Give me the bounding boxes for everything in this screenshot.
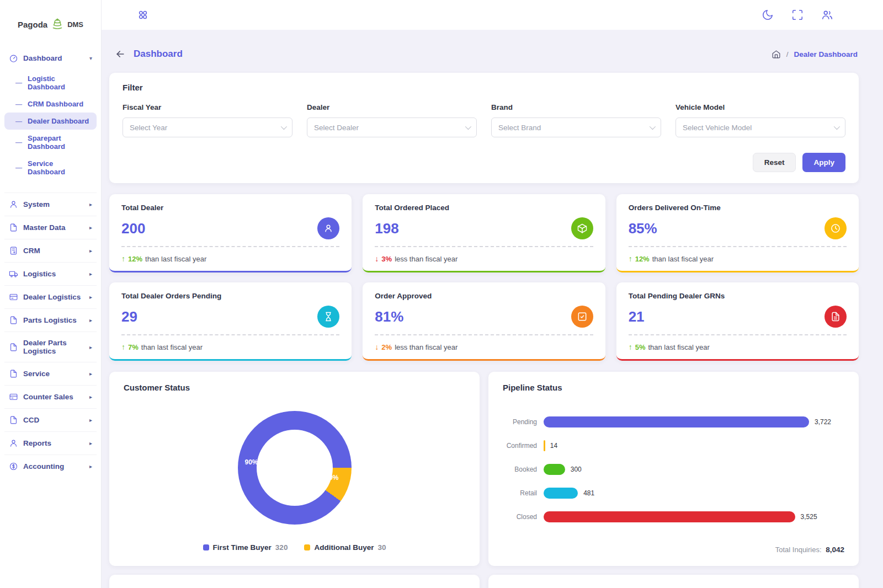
stat-value: 200 — [121, 220, 145, 237]
user-icon — [317, 217, 339, 239]
stat-title: Total Ordered Placed — [375, 204, 593, 212]
chevron-right-icon: ▸ — [89, 224, 92, 231]
bar-confirmed[interactable] — [544, 440, 545, 451]
dealer-select[interactable]: Select Dealer — [307, 117, 477, 137]
sidebar-item-dealer-parts-logistics[interactable]: Dealer Parts Logistics ▸ — [4, 332, 97, 362]
filter-card: Filter Fiscal Year Select Year Dealer Se… — [109, 73, 859, 183]
filter-title: Filter — [123, 83, 845, 92]
sidebar-item-system[interactable]: System ▸ — [4, 193, 97, 216]
legend-item-first-time-buyer[interactable]: First Time Buyer 320 — [203, 543, 288, 552]
fullscreen-icon[interactable] — [791, 9, 804, 21]
sidebar-item-counter-sales[interactable]: Counter Sales ▸ — [4, 385, 97, 408]
delta-text: less than fiscal year — [395, 343, 458, 351]
sidebar-item-dashboard[interactable]: Dashboard ▾ — [4, 49, 97, 68]
customer-status-donut[interactable]: 90% 10% — [238, 411, 352, 525]
delta-text: less than fiscal year — [395, 255, 458, 263]
dash-icon: — — [15, 138, 22, 146]
sidebar-item-dealer-logistics[interactable]: Dealer Logistics ▸ — [4, 285, 97, 308]
sidebar-item-crm-dashboard[interactable]: — CRM Dashboard — [4, 95, 97, 113]
legend-item-additional-buyer[interactable]: Additional Buyer 30 — [304, 543, 386, 552]
reset-button[interactable]: Reset — [753, 153, 796, 172]
stat-title: Total Dealer — [121, 204, 339, 212]
sidebar-item-logistics[interactable]: Logistics ▸ — [4, 262, 97, 285]
donut-segment-label: 90% — [245, 458, 258, 466]
breadcrumb-separator: / — [786, 50, 789, 58]
sidebar-item-service[interactable]: Service ▸ — [4, 362, 97, 385]
delta-percent: 3% — [381, 255, 392, 263]
sidebar-item-label: System — [23, 200, 84, 209]
select-placeholder: Select Brand — [498, 124, 541, 132]
bar-booked[interactable] — [544, 464, 565, 475]
sidebar-item-label: CRM Dashboard — [28, 100, 83, 108]
card-icon — [9, 392, 18, 402]
users-icon[interactable] — [821, 9, 833, 21]
fiscal-year-select[interactable]: Select Year — [123, 117, 292, 137]
field-label: Dealer — [307, 103, 477, 111]
bar-closed[interactable] — [544, 511, 795, 522]
sidebar-item-accounting[interactable]: Accounting ▸ — [4, 455, 97, 478]
sidebar-item-logistic-dashboard[interactable]: — Logistic Dashboard — [4, 70, 97, 95]
card-icon — [9, 292, 18, 302]
moon-icon[interactable] — [762, 9, 774, 21]
bar-label: Booked — [503, 466, 537, 473]
hourglass-icon — [317, 306, 339, 328]
breadcrumb-current[interactable]: Dealer Dashboard — [794, 50, 858, 58]
filter-field-vehicle-model: Vehicle Model Select Vehicle Model — [675, 103, 845, 137]
sidebar-item-label: Dealer Dashboard — [28, 117, 89, 125]
sidebar-item-dealer-dashboard[interactable]: — Dealer Dashboard — [4, 113, 97, 130]
sidebar-item-master-data[interactable]: Master Data ▸ — [4, 216, 97, 239]
pipeline-bars: Pending 3,722 Confirmed 14 Booked 300 — [503, 416, 844, 522]
chevron-down-icon — [281, 124, 287, 130]
clock-icon — [825, 217, 847, 239]
sidebar-item-label: Parts Logistics — [23, 316, 84, 324]
stat-title: Total Dealer Orders Pending — [121, 292, 339, 300]
customer-status-card: Customer Status 90% 10% First Time Buyer… — [109, 372, 480, 566]
bar-row-pending: Pending 3,722 — [503, 416, 844, 427]
sidebar-item-crm[interactable]: CRM ▸ — [4, 239, 97, 262]
legend-label: Additional Buyer — [314, 543, 374, 552]
sidebar-item-service-dashboard[interactable]: — Service Dashboard — [4, 155, 97, 180]
stat-delta: ↑ 12% than last fiscal year — [121, 247, 339, 270]
partial-card — [109, 575, 480, 588]
vehicle-model-select[interactable]: Select Vehicle Model — [675, 117, 845, 137]
home-icon[interactable] — [772, 50, 781, 59]
stat-card: Order Approved 81% ↓ 2% less than fiscal… — [363, 282, 605, 361]
chevron-down-icon — [465, 124, 471, 130]
logo-text-right: DMS — [67, 20, 83, 29]
back-arrow-icon[interactable] — [115, 49, 126, 60]
sidebar-item-parts-logistics[interactable]: Parts Logistics ▸ — [4, 308, 97, 332]
apply-button[interactable]: Apply — [802, 153, 845, 172]
chevron-right-icon: ▸ — [89, 417, 92, 423]
sidebar-item-ccd[interactable]: CCD ▸ — [4, 408, 97, 431]
dash-icon: — — [15, 164, 22, 172]
bar-retail[interactable] — [544, 488, 578, 499]
delta-text: than last fiscal year — [145, 255, 206, 263]
select-placeholder: Select Vehicle Model — [683, 124, 752, 132]
user-icon — [9, 439, 18, 448]
dash-icon: — — [15, 100, 22, 108]
delta-text: than last fiscal year — [648, 343, 709, 351]
stat-card: Total Ordered Placed 198 ↓ 3% less than … — [363, 194, 605, 272]
chevron-right-icon: ▸ — [89, 344, 92, 350]
trend-arrow-icon: ↑ — [629, 254, 632, 263]
package-icon — [571, 217, 593, 239]
stat-card: Orders Delivered On-Time 85% ↑ 12% than … — [616, 194, 859, 272]
app-logo[interactable]: Pagoda DMS — [0, 0, 101, 49]
sidebar-item-sparepart-dashboard[interactable]: — Sparepart Dashboard — [4, 130, 97, 155]
grid-icon[interactable] — [137, 9, 149, 21]
sidebar-item-label: Counter Sales — [23, 393, 84, 401]
bar-pending[interactable] — [544, 416, 809, 427]
stat-card: Total Dealer 200 ↑ 12% than last fiscal … — [109, 194, 352, 272]
total-inquiries-value: 8,042 — [826, 546, 844, 554]
sidebar-item-reports[interactable]: Reports ▸ — [4, 431, 97, 455]
stat-value: 198 — [375, 220, 398, 237]
sidebar-item-label: Logistics — [23, 270, 84, 278]
stat-delta: ↓ 2% less than fiscal year — [375, 335, 593, 359]
brand-select[interactable]: Select Brand — [491, 117, 661, 137]
pagoda-icon — [49, 17, 66, 31]
stat-value: 85% — [629, 220, 657, 237]
delta-percent: 12% — [635, 255, 650, 263]
dashboard-submenu: — Logistic Dashboard — CRM Dashboard — D… — [4, 68, 97, 186]
check-square-icon — [571, 306, 593, 328]
bar-value: 3,722 — [815, 416, 831, 427]
